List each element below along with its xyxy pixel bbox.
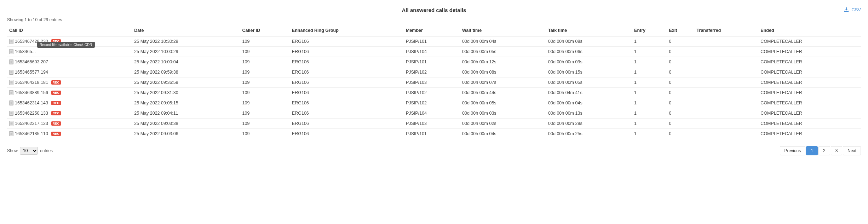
cell-member: PJSIP/101: [404, 36, 460, 47]
entries-label: entries: [40, 148, 53, 153]
table-row: 1653462185.110REC25 May 2022 09:03:06109…: [7, 129, 861, 139]
cell-exit: 0: [667, 98, 694, 108]
cell-transferred: [695, 108, 759, 119]
cell-erg: ERG106: [290, 98, 404, 108]
page-3-button[interactable]: 3: [831, 146, 843, 155]
cell-call-id: 1653463889.156REC: [7, 88, 132, 98]
cell-member: PJSIP/103: [404, 77, 460, 88]
table-row: 1653462314.143REC25 May 2022 09:05:15109…: [7, 98, 861, 108]
next-button[interactable]: Next: [843, 146, 861, 155]
cell-member: PJSIP/102: [404, 88, 460, 98]
cell-ended: COMPLETECALLER: [758, 119, 861, 129]
rec-badge: REC: [51, 39, 61, 44]
entries-info: Showing 1 to 10 of 29 entries: [7, 17, 861, 22]
table-row: 1653462250.133REC25 May 2022 09:04:11109…: [7, 108, 861, 119]
col-talk-time: Talk time: [546, 25, 632, 36]
table-header-row: Call ID Date Caller ID Enhanced Ring Gro…: [7, 25, 861, 36]
table-row: 1653467428.230REC25 May 2022 10:30:29109…: [7, 36, 861, 47]
calls-table: Call ID Date Caller ID Enhanced Ring Gro…: [7, 25, 861, 139]
file-icon: [9, 70, 13, 75]
cell-member: PJSIP/102: [404, 67, 460, 77]
cell-ended: COMPLETECALLER: [758, 57, 861, 67]
cell-wait: 00d 00h 00m 05s: [460, 47, 546, 57]
col-transferred: Transferred: [695, 25, 759, 36]
cell-erg: ERG106: [290, 129, 404, 139]
cell-date: 25 May 2022 09:04:11: [132, 108, 240, 119]
cell-entry: 1: [632, 119, 667, 129]
rec-badge: REC: [51, 80, 61, 85]
cell-call-id: 1653465603.207: [7, 57, 132, 67]
cell-talk: 00d 00h 00m 04s: [546, 98, 632, 108]
cell-member: PJSIP/104: [404, 47, 460, 57]
show-label: Show: [7, 148, 18, 153]
cell-wait: 00d 00h 00m 07s: [460, 77, 546, 88]
cell-entry: 1: [632, 77, 667, 88]
cell-call-id: 1653465577.194: [7, 67, 132, 77]
page-2-button[interactable]: 2: [818, 146, 830, 155]
cell-call-id: 1653462250.133REC: [7, 108, 132, 119]
col-exit: Exit: [667, 25, 694, 36]
table-row: 1653465...Record file available. Check C…: [7, 47, 861, 57]
entries-per-page-select[interactable]: 102550100: [20, 147, 38, 155]
cell-wait: 00d 00h 00m 03s: [460, 108, 546, 119]
cell-exit: 0: [667, 88, 694, 98]
cell-ended: COMPLETECALLER: [758, 67, 861, 77]
cell-date: 25 May 2022 09:59:38: [132, 67, 240, 77]
cell-call-id: 1653467428.230REC: [7, 36, 132, 47]
cell-date: 25 May 2022 09:31:30: [132, 88, 240, 98]
cell-member: PJSIP/102: [404, 98, 460, 108]
cell-member: PJSIP/101: [404, 129, 460, 139]
cell-talk: 00d 00h 00m 29s: [546, 119, 632, 129]
cell-wait: 00d 00h 00m 05s: [460, 98, 546, 108]
rec-badge: REC: [51, 101, 61, 105]
file-icon: [9, 131, 13, 136]
cell-wait: 00d 00h 00m 04s: [460, 129, 546, 139]
cell-entry: 1: [632, 57, 667, 67]
cell-exit: 0: [667, 129, 694, 139]
cell-talk: 00d 00h 00m 09s: [546, 57, 632, 67]
page-1-button[interactable]: 1: [806, 146, 818, 155]
cell-call-id: 1653464218.181REC: [7, 77, 132, 88]
col-call-id: Call ID: [7, 25, 132, 36]
previous-button[interactable]: Previous: [780, 146, 806, 155]
col-date: Date: [132, 25, 240, 36]
cell-wait: 00d 00h 00m 44s: [460, 88, 546, 98]
cell-talk: 00d 00h 00m 15s: [546, 67, 632, 77]
cell-transferred: [695, 47, 759, 57]
file-icon: [9, 49, 13, 54]
cell-transferred: [695, 67, 759, 77]
call-id-text: 1653462314.143: [15, 100, 48, 105]
col-erg: Enhanced Ring Group: [290, 25, 404, 36]
call-id-text: 1653463889.156: [15, 90, 48, 95]
cell-talk: 00d 00h 04m 41s: [546, 88, 632, 98]
cell-exit: 0: [667, 36, 694, 47]
cell-date: 25 May 2022 10:30:29: [132, 36, 240, 47]
cell-caller-id: 109: [240, 119, 290, 129]
cell-caller-id: 109: [240, 108, 290, 119]
csv-button[interactable]: CSV: [843, 6, 861, 13]
file-icon: [9, 59, 13, 64]
cell-call-id: 1653462217.123REC: [7, 119, 132, 129]
rec-badge: REC: [51, 121, 61, 126]
cell-erg: ERG106: [290, 36, 404, 47]
cell-caller-id: 109: [240, 98, 290, 108]
cell-entry: 1: [632, 67, 667, 77]
call-id-text: 1653464218.181: [15, 80, 48, 85]
cell-member: PJSIP/101: [404, 57, 460, 67]
file-icon: [9, 39, 13, 44]
cell-exit: 0: [667, 77, 694, 88]
cell-transferred: [695, 77, 759, 88]
cell-ended: COMPLETECALLER: [758, 36, 861, 47]
call-id-text: 1653465603.207: [15, 59, 48, 64]
cell-transferred: [695, 57, 759, 67]
cell-exit: 0: [667, 57, 694, 67]
cell-exit: 0: [667, 108, 694, 119]
cell-wait: 00d 00h 00m 12s: [460, 57, 546, 67]
cell-talk: 00d 00h 00m 25s: [546, 129, 632, 139]
cell-ended: COMPLETECALLER: [758, 129, 861, 139]
table-row: 1653465603.20725 May 2022 10:00:04109ERG…: [7, 57, 861, 67]
cell-talk: 00d 00h 00m 05s: [546, 77, 632, 88]
table-row: 1653463889.156REC25 May 2022 09:31:30109…: [7, 88, 861, 98]
rec-badge: REC: [51, 132, 61, 136]
cell-ended: COMPLETECALLER: [758, 77, 861, 88]
